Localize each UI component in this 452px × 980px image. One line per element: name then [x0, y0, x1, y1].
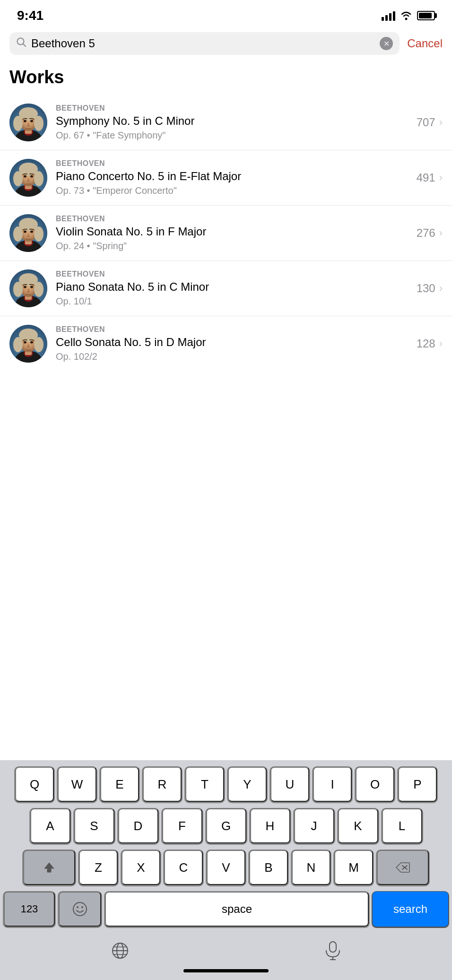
search-key[interactable]: search	[373, 892, 448, 927]
signal-icon	[382, 10, 395, 21]
works-list: BEETHOVENSymphony No. 5 in C MinorOp. 67…	[0, 95, 452, 371]
svg-point-66	[77, 906, 78, 908]
key-o[interactable]: O	[356, 767, 394, 802]
svg-point-37	[24, 231, 26, 233]
backspace-key[interactable]	[377, 850, 429, 885]
work-subtitle: Op. 67 • "Fate Symphony"	[56, 130, 408, 141]
svg-point-0	[405, 18, 408, 20]
key-e[interactable]: E	[100, 767, 139, 802]
search-input[interactable]	[31, 37, 375, 50]
work-count-container: 491›	[417, 171, 443, 184]
composer-label: BEETHOVEN	[56, 215, 408, 223]
work-item[interactable]: BEETHOVENPiano Concerto No. 5 in E-Flat …	[0, 150, 452, 205]
key-c[interactable]: C	[164, 850, 203, 885]
key-v[interactable]: V	[207, 850, 245, 885]
key-u[interactable]: U	[270, 767, 309, 802]
work-item[interactable]: BEETHOVENSymphony No. 5 in C MinorOp. 67…	[0, 95, 452, 150]
svg-rect-73	[330, 942, 336, 952]
svg-point-26	[30, 175, 33, 178]
key-y[interactable]: Y	[228, 767, 267, 802]
key-q[interactable]: Q	[15, 767, 54, 802]
key-s[interactable]: S	[74, 808, 114, 843]
work-count: 128	[417, 337, 435, 350]
composer-avatar	[9, 214, 47, 252]
search-icon	[16, 37, 26, 50]
key-w[interactable]: W	[58, 767, 96, 802]
key-j[interactable]: J	[294, 808, 334, 843]
key-n[interactable]: N	[292, 850, 330, 885]
status-time: 9:41	[17, 8, 43, 23]
key-z[interactable]: Z	[79, 850, 118, 885]
svg-point-25	[24, 175, 26, 178]
status-icons	[382, 10, 435, 21]
keyboard-row-4: 123 space search	[4, 892, 448, 927]
work-count: 491	[417, 171, 435, 184]
numbers-key[interactable]: 123	[4, 892, 55, 927]
work-count: 130	[417, 282, 435, 295]
work-title: Piano Sonata No. 5 in C Minor	[56, 280, 408, 294]
composer-avatar	[9, 269, 47, 307]
section-title: Works	[0, 62, 452, 95]
key-g[interactable]: G	[206, 808, 246, 843]
work-item[interactable]: BEETHOVENPiano Sonata No. 5 in C MinorOp…	[0, 260, 452, 316]
key-k[interactable]: K	[338, 808, 378, 843]
emoji-key[interactable]	[59, 892, 101, 927]
key-b[interactable]: B	[249, 850, 288, 885]
key-f[interactable]: F	[162, 808, 202, 843]
status-bar: 9:41	[0, 0, 452, 28]
work-subtitle: Op. 102/2	[56, 351, 408, 362]
key-p[interactable]: P	[398, 767, 437, 802]
svg-point-14	[30, 120, 33, 122]
work-count-container: 707›	[417, 116, 443, 129]
home-indicator	[183, 969, 269, 972]
shift-key[interactable]	[23, 850, 75, 885]
svg-point-50	[30, 286, 33, 288]
svg-point-62	[30, 341, 33, 344]
mic-button[interactable]	[324, 941, 341, 961]
chevron-right-icon: ›	[439, 338, 443, 350]
svg-point-13	[24, 120, 26, 122]
key-r[interactable]: R	[143, 767, 182, 802]
composer-label: BEETHOVEN	[56, 104, 408, 113]
composer-label: BEETHOVEN	[56, 270, 408, 278]
chevron-right-icon: ›	[439, 172, 443, 184]
svg-point-67	[81, 906, 83, 908]
key-a[interactable]: A	[30, 808, 70, 843]
work-title: Cello Sonata No. 5 in D Major	[56, 336, 408, 349]
key-l[interactable]: L	[382, 808, 422, 843]
work-count-container: 130›	[417, 282, 443, 295]
svg-point-61	[24, 341, 26, 344]
svg-line-2	[23, 44, 26, 47]
work-info: BEETHOVENSymphony No. 5 in C MinorOp. 67…	[56, 104, 408, 141]
keyboard-row-1: QWERTYUIOP	[4, 767, 448, 802]
space-key[interactable]: space	[105, 892, 369, 927]
globe-button[interactable]	[111, 941, 130, 960]
work-title: Symphony No. 5 in C Minor	[56, 114, 408, 128]
work-subtitle: Op. 24 • "Spring"	[56, 241, 408, 252]
key-d[interactable]: D	[118, 808, 158, 843]
work-info: BEETHOVENPiano Sonata No. 5 in C MinorOp…	[56, 270, 408, 307]
work-item[interactable]: BEETHOVENCello Sonata No. 5 in D MajorOp…	[0, 316, 452, 371]
work-title: Violin Sonata No. 5 in F Major	[56, 225, 408, 239]
svg-point-36	[19, 218, 38, 231]
clear-button[interactable]: ✕	[380, 37, 393, 50]
svg-point-48	[19, 273, 38, 286]
key-x[interactable]: X	[122, 850, 160, 885]
search-input-wrapper[interactable]: ✕	[9, 32, 400, 55]
key-h[interactable]: H	[250, 808, 290, 843]
svg-point-38	[30, 231, 33, 233]
chevron-right-icon: ›	[439, 116, 443, 129]
svg-point-60	[19, 329, 38, 342]
work-count-container: 128›	[417, 337, 443, 350]
key-i[interactable]: I	[313, 767, 352, 802]
work-info: BEETHOVENCello Sonata No. 5 in D MajorOp…	[56, 325, 408, 362]
composer-avatar	[9, 159, 47, 197]
key-t[interactable]: T	[185, 767, 224, 802]
work-title: Piano Concerto No. 5 in E-Flat Major	[56, 170, 408, 183]
battery-fill	[419, 13, 432, 18]
key-m[interactable]: M	[334, 850, 373, 885]
cancel-button[interactable]: Cancel	[407, 37, 443, 50]
work-item[interactable]: BEETHOVENViolin Sonata No. 5 in F MajorO…	[0, 205, 452, 260]
svg-point-49	[24, 286, 26, 288]
wifi-icon	[400, 11, 412, 20]
